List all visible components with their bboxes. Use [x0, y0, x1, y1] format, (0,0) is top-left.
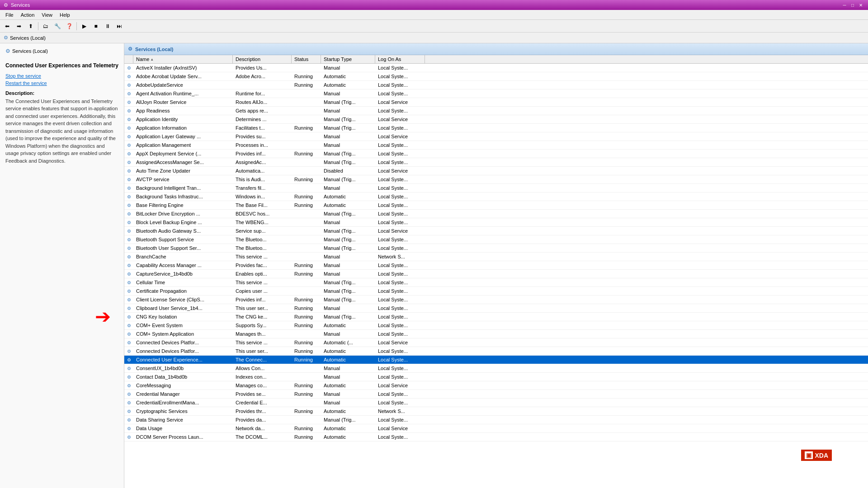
- row-name: Client License Service (ClipS...: [133, 296, 233, 304]
- table-row[interactable]: ⚙DCOM Server Process Laun...The DCOML...…: [124, 433, 868, 441]
- table-row[interactable]: ⚙COM+ System ApplicationManages th...Man…: [124, 330, 868, 338]
- table-row[interactable]: ⚙Adobe Acrobat Update Serv...Adobe Acro.…: [124, 72, 868, 81]
- table-row[interactable]: ⚙Auto Time Zone UpdaterAutomatica...Disa…: [124, 167, 868, 175]
- table-row[interactable]: ⚙Data UsageNetwork da...RunningAutomatic…: [124, 424, 868, 433]
- table-row[interactable]: ⚙ConsentUX_1b4bd0bAllows Con...ManualLoc…: [124, 364, 868, 373]
- menu-view[interactable]: View: [38, 11, 56, 19]
- services-local-node[interactable]: ⚙ Services (Local): [4, 47, 120, 55]
- toolbar-play[interactable]: ▶: [79, 21, 90, 31]
- table-row[interactable]: ⚙BranchCacheThis service ...ManualNetwor…: [124, 253, 868, 261]
- row-status: Running: [292, 175, 321, 183]
- table-row[interactable]: ⚙Client License Service (ClipS...Provide…: [124, 296, 868, 304]
- table-row[interactable]: ⚙Connected User Experience...The Connec.…: [124, 356, 868, 364]
- header-description[interactable]: Description: [233, 55, 292, 63]
- maximize-button[interactable]: □: [849, 2, 856, 8]
- row-name: CoreMessaging: [133, 381, 233, 389]
- service-icon: ⚙: [127, 418, 131, 422]
- table-row[interactable]: ⚙Data Sharing ServiceProvides da...Manua…: [124, 416, 868, 424]
- menu-action[interactable]: Action: [17, 11, 38, 19]
- row-name: COM+ Event System: [133, 321, 233, 329]
- table-row[interactable]: ⚙Cryptographic ServicesProvides thr...Ru…: [124, 407, 868, 416]
- row-status: [292, 115, 321, 123]
- table-row[interactable]: ⚙Application ManagementProcesses in...Ma…: [124, 141, 868, 150]
- table-row[interactable]: ⚙Base Filtering EngineThe Base Fil...Run…: [124, 201, 868, 210]
- row-startup: Manual (Trig...: [321, 227, 375, 235]
- table-row[interactable]: ⚙Contact Data_1b4bd0bIndexes con...Manua…: [124, 373, 868, 381]
- row-logon: Local Service: [375, 167, 425, 175]
- close-button[interactable]: ✕: [857, 2, 864, 8]
- toolbar-back[interactable]: ⬅: [2, 21, 13, 31]
- row-name: BranchCache: [133, 253, 233, 261]
- header-logon[interactable]: Log On As: [375, 55, 425, 63]
- row-startup: Manual: [321, 330, 375, 338]
- table-row[interactable]: ⚙Application InformationFacilitates t...…: [124, 124, 868, 132]
- row-icon-cell: ⚙: [124, 278, 133, 286]
- table-row[interactable]: ⚙CredentialEnrollmentMana...Credential E…: [124, 399, 868, 407]
- table-row[interactable]: ⚙AVCTP serviceThis is Audi...RunningManu…: [124, 175, 868, 184]
- table-row[interactable]: ⚙Capability Access Manager ...Provides f…: [124, 261, 868, 270]
- table-row[interactable]: ⚙Application Layer Gateway ...Provides s…: [124, 132, 868, 141]
- service-icon: ⚙: [127, 186, 131, 191]
- row-name: DCOM Server Process Laun...: [133, 433, 233, 441]
- row-name: Bluetooth Support Service: [133, 235, 233, 244]
- toolbar-restart[interactable]: ⏭: [114, 21, 125, 31]
- menu-help[interactable]: Help: [56, 11, 74, 19]
- row-status: [292, 364, 321, 372]
- toolbar-properties[interactable]: 🔧: [52, 21, 63, 31]
- toolbar-help-btn[interactable]: ❓: [64, 21, 75, 31]
- table-row[interactable]: ⚙App ReadinessGets apps re...ManualLocal…: [124, 107, 868, 115]
- table-row[interactable]: ⚙Block Level Backup Engine ...The WBENG.…: [124, 218, 868, 227]
- table-row[interactable]: ⚙Background Intelligent Tran...Transfers…: [124, 184, 868, 192]
- row-startup: Manual (Trig...: [321, 150, 375, 158]
- table-row[interactable]: ⚙Background Tasks Infrastruc...Windows i…: [124, 192, 868, 201]
- services-table[interactable]: Name ▲ Description Status Startup Type L…: [124, 55, 868, 488]
- table-row[interactable]: ⚙Cellular TimeThis service ...Manual (Tr…: [124, 278, 868, 287]
- service-icon: ⚙: [127, 349, 131, 354]
- row-description: Transfers fil...: [233, 184, 292, 192]
- row-status: Running: [292, 347, 321, 355]
- table-row[interactable]: ⚙Connected Devices Platfor...This user s…: [124, 347, 868, 356]
- table-row[interactable]: ⚙Bluetooth Audio Gateway S...Service sup…: [124, 227, 868, 235]
- table-row[interactable]: ⚙COM+ Event SystemSupports Sy...RunningA…: [124, 321, 868, 330]
- row-status: [292, 141, 321, 149]
- table-row[interactable]: ⚙Bluetooth Support ServiceThe Bluetoo...…: [124, 235, 868, 244]
- table-row[interactable]: ⚙AssignedAccessManager Se...AssignedAc..…: [124, 158, 868, 167]
- header-startup[interactable]: Startup Type: [321, 55, 375, 63]
- table-row[interactable]: ⚙Application IdentityDetermines ...Manua…: [124, 115, 868, 124]
- header-status[interactable]: Status: [292, 55, 321, 63]
- table-row[interactable]: ⚙AllJoyn Router ServiceRoutes AllJo...Ma…: [124, 98, 868, 107]
- table-row[interactable]: ⚙Agent Activation Runtime_...Runtime for…: [124, 89, 868, 98]
- row-description: This service ...: [233, 338, 292, 347]
- toolbar-stop[interactable]: ■: [90, 21, 101, 31]
- table-row[interactable]: ⚙CaptureService_1b4bd0bEnables opti...Ru…: [124, 270, 868, 278]
- minimize-button[interactable]: ─: [841, 2, 848, 8]
- restart-service-link[interactable]: Restart the service: [5, 80, 118, 86]
- row-logon: Local Syste...: [375, 364, 425, 372]
- row-startup: Manual: [321, 89, 375, 98]
- service-icon: ⚙: [127, 272, 131, 277]
- row-icon-cell: ⚙: [124, 364, 133, 372]
- table-row[interactable]: ⚙CNG Key IsolationThe CNG ke...RunningMa…: [124, 313, 868, 321]
- stop-service-link[interactable]: Stop the service: [5, 73, 118, 79]
- toolbar-pause[interactable]: ⏸: [102, 21, 113, 31]
- table-row[interactable]: ⚙Connected Devices Platfor...This servic…: [124, 338, 868, 347]
- menu-file[interactable]: File: [2, 11, 17, 19]
- toolbar-up[interactable]: ⬆: [25, 21, 36, 31]
- table-row[interactable]: ⚙ActiveX Installer (AxInstSV)Provides Us…: [124, 64, 868, 72]
- service-icon: ⚙: [127, 426, 131, 431]
- toolbar-forward[interactable]: ➡: [14, 21, 24, 31]
- table-row[interactable]: ⚙BitLocker Drive Encryption ...BDESVC ho…: [124, 210, 868, 218]
- row-icon-cell: ⚙: [124, 150, 133, 158]
- table-row[interactable]: ⚙Certificate PropagationCopies user ...M…: [124, 287, 868, 296]
- table-row[interactable]: ⚙Credential ManagerProvides se...Running…: [124, 390, 868, 399]
- table-row[interactable]: ⚙Bluetooth User Support Ser...The Blueto…: [124, 244, 868, 253]
- row-icon-cell: ⚙: [124, 433, 133, 441]
- table-row[interactable]: ⚙AdobeUpdateServiceRunningAutomaticLocal…: [124, 81, 868, 89]
- table-row[interactable]: ⚙Clipboard User Service_1b4...This user …: [124, 304, 868, 313]
- toolbar-show-hide[interactable]: 🗂: [40, 21, 51, 31]
- row-name: Credential Manager: [133, 390, 233, 398]
- address-value: Services (Local): [10, 35, 46, 41]
- header-name[interactable]: Name ▲: [133, 55, 233, 63]
- table-row[interactable]: ⚙CoreMessagingManages co...RunningAutoma…: [124, 381, 868, 390]
- table-row[interactable]: ⚙AppX Deployment Service (...Provides in…: [124, 150, 868, 158]
